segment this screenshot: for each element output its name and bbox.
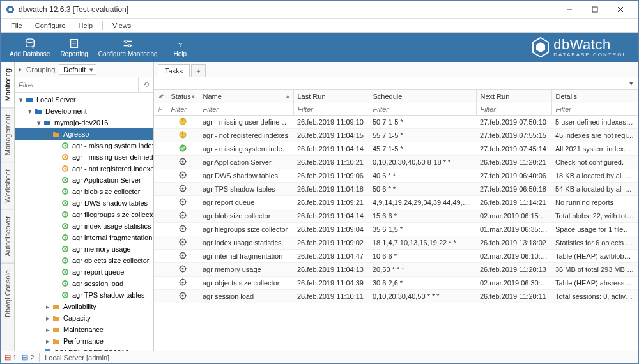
col-nextrun[interactable]: Next Run: [476, 90, 551, 103]
tree-agresso-child[interactable]: agr Application Server: [15, 174, 153, 186]
name-cell: agr Application Server: [199, 156, 293, 169]
tree-agresso-child[interactable]: agr internal fragmentation: [15, 232, 153, 243]
tree-category[interactable]: ▸Capacity: [15, 312, 153, 324]
table-row[interactable]: agr filegroups size collector26.feb.2019…: [154, 223, 638, 236]
help-button[interactable]: ? Help: [169, 33, 192, 61]
table-row[interactable]: agr - missing system indexes26.feb.2019 …: [154, 142, 638, 156]
menu-file[interactable]: File: [6, 20, 27, 31]
close-button[interactable]: [608, 1, 633, 18]
edit-icon: [158, 92, 166, 100]
tree-local-server[interactable]: ▾Local Server: [15, 94, 153, 105]
menu-configure[interactable]: Configure: [30, 20, 71, 31]
tab-tasks[interactable]: Tasks: [158, 64, 190, 77]
table-row[interactable]: !agr - not registered indexes26.feb.2019…: [154, 129, 638, 142]
lastrun-cell: 26.feb.2019 11:09:04: [293, 223, 369, 236]
svg-text:?: ?: [178, 40, 182, 47]
maximize-button[interactable]: [582, 1, 608, 18]
col-details[interactable]: Details: [551, 90, 638, 103]
panel-dropdown-icon[interactable]: ▾: [627, 79, 636, 87]
tree-agresso-child[interactable]: agr TPS shadow tables: [15, 289, 153, 301]
status-info-count[interactable]: ▤ 2: [22, 353, 34, 361]
table-row[interactable]: agr Application Server26.feb.2019 11:10:…: [154, 156, 638, 169]
menu-help[interactable]: Help: [73, 20, 98, 31]
svg-point-31: [65, 202, 66, 204]
tree-agresso-child[interactable]: agr index usage statistics: [15, 220, 153, 232]
table-row[interactable]: agr blob size collector26.feb.2019 11:04…: [154, 209, 638, 223]
schedule-cell: 45 7 1-5 *: [369, 142, 476, 156]
sidetab-monitoring[interactable]: Monitoring: [1, 62, 14, 108]
filter-lastrun[interactable]: [294, 103, 369, 115]
sidetab-autodiscover[interactable]: Autodiscover: [1, 209, 14, 264]
filter-checkbox[interactable]: F: [154, 103, 167, 116]
status-error-count[interactable]: ▤ 1: [4, 353, 17, 361]
navigation-tree[interactable]: ▾Local Server▾Development▾mymojo-dev2016…: [15, 93, 153, 351]
tree-agresso-child[interactable]: agr report queue: [15, 266, 153, 278]
tree-category[interactable]: ▸Performance: [15, 335, 153, 347]
tree-agresso[interactable]: ▾Agresso: [15, 128, 153, 140]
menu-views[interactable]: Views: [107, 20, 136, 31]
tree-agresso-child[interactable]: agr - not registered indexes: [15, 163, 153, 174]
lastrun-cell: 26.feb.2019 11:10:11: [293, 290, 369, 303]
filter-nextrun[interactable]: [477, 103, 551, 115]
svg-marker-19: [536, 42, 545, 52]
add-database-button[interactable]: Add Database: [4, 33, 55, 61]
tree-mymojo[interactable]: ▾mymojo-dev2016: [15, 117, 153, 128]
sidetab-worksheet[interactable]: Worksheet: [1, 163, 14, 209]
filter-details[interactable]: [552, 103, 638, 115]
tree-filter-refresh[interactable]: ⟲: [138, 77, 153, 92]
nextrun-cell: 27.feb.2019 07:55:15: [476, 129, 551, 142]
schedule-cell: 4,9,14,19,24,29,34,39,44,49,54,59 7-...: [369, 196, 476, 209]
table-row[interactable]: agr memory usage26.feb.2019 11:04:1320,5…: [154, 263, 638, 277]
filter-status[interactable]: [167, 103, 199, 115]
minimize-button[interactable]: [557, 1, 582, 18]
tree-agresso-child[interactable]: agr objects size collector: [15, 255, 153, 266]
tree-agresso-child[interactable]: agr - missing system indexes: [15, 140, 153, 151]
table-row[interactable]: agr objects size collector26.feb.2019 11…: [154, 277, 638, 290]
tree-agresso-child[interactable]: agr - missing user defined indexes: [15, 151, 153, 163]
table-row[interactable]: agr session load26.feb.2019 11:10:110,10…: [154, 290, 638, 303]
table-row[interactable]: agr index usage statistics26.feb.2019 11…: [154, 236, 638, 250]
grouping-select[interactable]: Default ▾: [59, 64, 96, 75]
tab-add-button[interactable]: +: [191, 64, 205, 77]
col-name[interactable]: Name▴: [199, 90, 293, 103]
tree-category[interactable]: ▸Maintenance: [15, 324, 153, 335]
expand-collapse-icon[interactable]: ▸: [19, 65, 22, 73]
configure-monitoring-button[interactable]: Configure Monitoring: [93, 33, 163, 61]
lastrun-cell: 26.feb.2019 11:04:14: [293, 209, 369, 223]
reporting-button[interactable]: Reporting: [55, 33, 93, 61]
col-status[interactable]: Status▴: [167, 90, 199, 103]
tasks-table-container[interactable]: Status▴ Name▴ Last Run Schedule Next Run…: [154, 90, 638, 351]
tree-agresso-child[interactable]: agr session load: [15, 278, 153, 289]
sidetab-dbwql-console[interactable]: Dbwql Console: [1, 264, 14, 324]
tree-agresso-child[interactable]: agr blob size collector: [15, 186, 153, 197]
table-row[interactable]: agr DWS shadow tables26.feb.2019 11:09:0…: [154, 169, 638, 183]
tree-filter-input[interactable]: [15, 79, 138, 91]
sidetab-management[interactable]: Management: [1, 108, 14, 162]
col-lastrun[interactable]: Last Run: [293, 90, 369, 103]
name-cell: agr TPS shadow tables: [199, 183, 293, 196]
svg-point-78: [182, 201, 184, 203]
status-cell: [167, 290, 199, 303]
tree-agresso-child[interactable]: agr DWS shadow tables: [15, 197, 153, 209]
details-cell: 36 MB of total 293 MB data cache is allo…: [551, 263, 638, 277]
table-row[interactable]: agr report queue26.feb.2019 11:09:214,9,…: [154, 196, 638, 209]
tree-agresso-child[interactable]: agr filegroups size collector: [15, 209, 153, 220]
table-row[interactable]: agr internal fragmentation26.feb.2019 11…: [154, 250, 638, 263]
filter-name[interactable]: [199, 103, 293, 115]
menubar: File Configure Help Views: [1, 19, 638, 33]
tree-category[interactable]: ▸Availability: [15, 301, 153, 312]
schedule-cell: 35 6 1,5 *: [369, 223, 476, 236]
svg-point-33: [65, 214, 66, 216]
table-row[interactable]: !agr - missing user defined indexes26.fe…: [154, 116, 638, 129]
col-checkbox[interactable]: [154, 90, 167, 103]
table-row[interactable]: agr TPS shadow tables26.feb.2019 11:04:1…: [154, 183, 638, 196]
tree-development[interactable]: ▾Development: [15, 105, 153, 117]
lastrun-cell: 26.feb.2019 11:10:21: [293, 156, 369, 169]
svg-point-41: [65, 260, 66, 262]
svg-point-29: [65, 191, 66, 193]
name-cell: agr - missing system indexes: [199, 142, 293, 156]
col-schedule[interactable]: Schedule: [369, 90, 476, 103]
tree-agresso-child[interactable]: agr memory usage: [15, 243, 153, 255]
svg-point-16: [128, 44, 131, 47]
filter-schedule[interactable]: [369, 103, 476, 115]
